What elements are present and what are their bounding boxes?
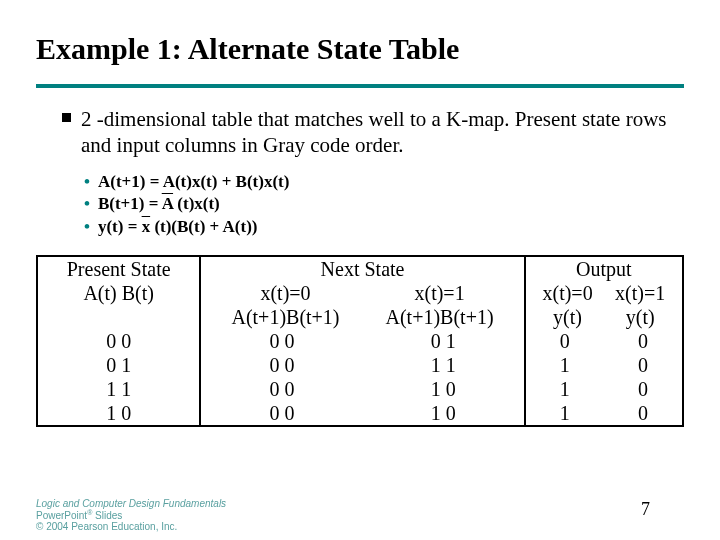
footer-line2: PowerPoint® Slides — [36, 509, 226, 521]
cell-y0: 1 — [525, 377, 604, 401]
cell-ps: 1 0 — [37, 401, 200, 426]
page-number: 7 — [641, 499, 650, 520]
eq3-post: (t)(B(t) + A(t)) — [150, 217, 257, 236]
footer-line1: Logic and Computer Design Fundamentals — [36, 498, 226, 509]
dot-icon: • — [84, 171, 90, 194]
hdr-output-label: Output — [576, 258, 632, 280]
title-rule — [36, 84, 684, 88]
cell-ns0: 0 0 — [200, 377, 362, 401]
cell-y0: 1 — [525, 401, 604, 426]
hdr-present-state: Present State A(t) B(t) — [37, 256, 200, 329]
hdr-next-state-label: Next State — [321, 258, 405, 280]
footer-l2b: Slides — [92, 510, 122, 521]
table-row: 0 0 0 0 0 1 0 0 — [37, 329, 683, 353]
cell-ps: 0 0 — [37, 329, 200, 353]
eq2-text: B(t+1) = A (t)x(t) — [98, 193, 220, 216]
eq3-text: y(t) = x (t)(B(t) + A(t)) — [98, 216, 258, 239]
cell-y1: 0 — [604, 353, 683, 377]
hdr-ns-x0: x(t)=0 — [208, 281, 362, 305]
cell-y0: 0 — [525, 329, 604, 353]
eq3-pre: y(t) = — [98, 217, 142, 236]
state-table: Present State A(t) B(t) Next State x(t)=… — [36, 255, 684, 427]
hdr-ns-sub1: A(t+1)B(t+1) — [363, 305, 517, 329]
eq2-pre: B(t+1) = — [98, 194, 162, 213]
cell-ps: 1 1 — [37, 377, 200, 401]
cell-ns0: 0 0 — [200, 329, 362, 353]
slide-title: Example 1: Alternate State Table — [36, 32, 684, 66]
hdr-out-x0: x(t)=0 — [531, 281, 604, 305]
cell-y0: 1 — [525, 353, 604, 377]
cell-y1: 0 — [604, 401, 683, 426]
footer-l2a: PowerPoint — [36, 510, 87, 521]
eq3-overline: x — [142, 217, 151, 236]
equation-1: • A(t+1) = A(t)x(t) + B(t)x(t) — [84, 171, 684, 194]
equation-3: • y(t) = x (t)(B(t) + A(t)) — [84, 216, 684, 239]
square-bullet-icon — [62, 113, 71, 122]
equation-2: • B(t+1) = A (t)x(t) — [84, 193, 684, 216]
eq2-overline: A — [162, 194, 173, 213]
cell-ns1: 1 0 — [363, 401, 525, 426]
hdr-out-sub0: y(t) — [531, 305, 604, 329]
table-row: 1 0 0 0 1 0 1 0 — [37, 401, 683, 426]
footer-line3: © 2004 Pearson Education, Inc. — [36, 521, 226, 532]
cell-ns0: 0 0 — [200, 401, 362, 426]
hdr-out-x1: x(t)=1 — [604, 281, 677, 305]
hdr-present-state-sub: A(t) B(t) — [83, 282, 154, 304]
table-header-row-1: Present State A(t) B(t) Next State x(t)=… — [37, 256, 683, 329]
cell-ns1: 1 0 — [363, 377, 525, 401]
hdr-ns-x1: x(t)=1 — [363, 281, 517, 305]
cell-ns1: 1 1 — [363, 353, 525, 377]
hdr-output: Output x(t)=0x(t)=1 y(t)y(t) — [525, 256, 683, 329]
hdr-present-state-label: Present State — [67, 258, 171, 280]
footer-credits: Logic and Computer Design Fundamentals P… — [36, 498, 226, 532]
hdr-ns-sub0: A(t+1)B(t+1) — [208, 305, 362, 329]
hdr-next-state: Next State x(t)=0x(t)=1 A(t+1)B(t+1)A(t+… — [200, 256, 524, 329]
table-row: 1 1 0 0 1 0 1 0 — [37, 377, 683, 401]
dot-icon: • — [84, 216, 90, 239]
hdr-out-sub1: y(t) — [604, 305, 677, 329]
cell-ps: 0 1 — [37, 353, 200, 377]
cell-y1: 0 — [604, 377, 683, 401]
cell-ns0: 0 0 — [200, 353, 362, 377]
table-row: 0 1 0 0 1 1 1 0 — [37, 353, 683, 377]
dot-icon: • — [84, 193, 90, 216]
lead-text: 2 -dimensional table that matches well t… — [81, 106, 684, 159]
cell-y1: 0 — [604, 329, 683, 353]
cell-ns1: 0 1 — [363, 329, 525, 353]
lead-bullet: 2 -dimensional table that matches well t… — [62, 106, 684, 159]
eq2-post: (t)x(t) — [173, 194, 220, 213]
eq1-text: A(t+1) = A(t)x(t) + B(t)x(t) — [98, 171, 289, 194]
